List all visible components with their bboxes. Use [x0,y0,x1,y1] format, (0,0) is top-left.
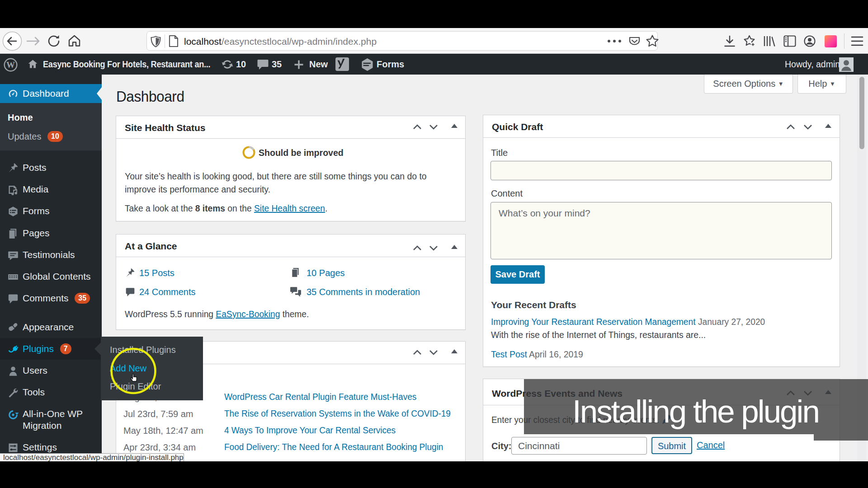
svg-text:W: W [6,60,15,70]
